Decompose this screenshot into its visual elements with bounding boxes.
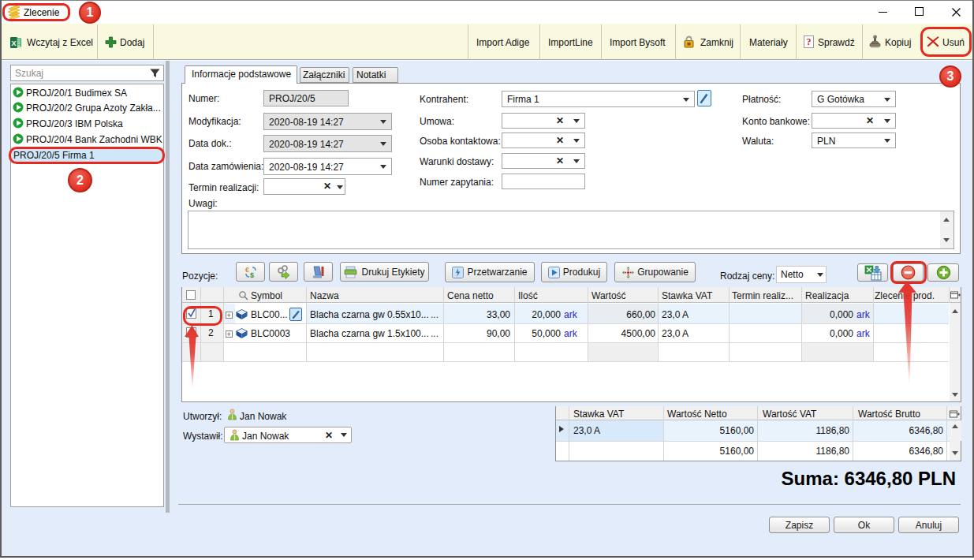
svg-text:$: $ bbox=[250, 271, 254, 279]
svg-text:?: ? bbox=[807, 36, 812, 47]
svg-text:X: X bbox=[11, 39, 16, 47]
svg-text:€: € bbox=[245, 266, 249, 274]
